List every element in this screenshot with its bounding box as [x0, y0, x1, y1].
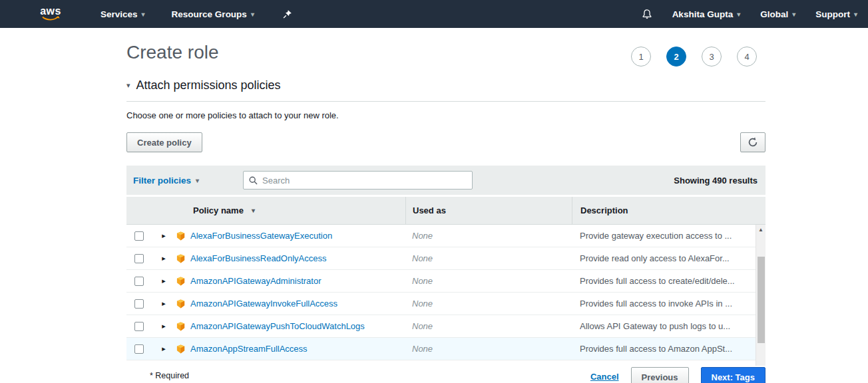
header-policy-name[interactable]: Policy name ▾: [176, 205, 405, 215]
section-title: Attach permissions policies: [136, 78, 281, 92]
next-tags-button[interactable]: Next: Tags: [701, 367, 766, 383]
main-content: Create role ▾ Attach permissions policie…: [126, 28, 765, 374]
scrollbar-thumb[interactable]: [758, 257, 765, 343]
policy-icon: [176, 276, 186, 287]
chevron-down-icon: ▾: [854, 11, 857, 18]
scroll-up-arrow-icon[interactable]: ▲: [756, 225, 765, 235]
table-body: ▸ AlexaForBusinessGatewayExecution None …: [126, 225, 765, 374]
table-row[interactable]: ▸ AmazonAPIGatewayPushToCloudWatchLogs N…: [126, 315, 765, 338]
search-icon: [249, 176, 258, 185]
top-navigation-bar: aws Services ▾ Resource Groups ▾: [0, 0, 868, 28]
filter-policies-label: Filter policies: [133, 176, 191, 186]
policy-description: Provides full access to invoke APIs in .…: [572, 299, 765, 309]
search-box[interactable]: [243, 171, 473, 190]
nav-resource-groups-label: Resource Groups: [172, 9, 247, 19]
nav-right-group: Akshita Gupta ▾ Global ▾ Support ▾: [642, 9, 857, 20]
nav-support-menu[interactable]: Support ▾: [815, 9, 857, 19]
nav-services-menu[interactable]: Services ▾: [101, 9, 145, 19]
table-header-row: Policy name ▾ Used as Description: [126, 197, 765, 225]
row-checkbox[interactable]: [134, 322, 144, 331]
header-description: Description: [572, 197, 765, 224]
aws-smile-icon: [41, 16, 60, 22]
refresh-icon: [748, 137, 758, 148]
notifications-bell-icon[interactable]: [642, 9, 652, 20]
nav-region-label: Global: [760, 9, 788, 19]
policy-name-link[interactable]: AmazonAPIGatewayInvokeFullAccess: [190, 299, 337, 309]
row-checkbox[interactable]: [134, 344, 144, 354]
chevron-down-icon: ▾: [196, 177, 199, 184]
section-description: Choose one or more policies to attach to…: [126, 110, 765, 120]
header-used-as-label: Used as: [413, 205, 446, 215]
expand-caret-icon[interactable]: ▸: [152, 254, 176, 263]
table-filter-bar: Filter policies ▾ Showing 490 results: [126, 166, 765, 195]
table-row-highlighted[interactable]: ▸ AmazonAppStreamFullAccess None Provide…: [126, 338, 765, 360]
expand-caret-icon[interactable]: ▸: [152, 322, 176, 330]
used-as-value: None: [405, 253, 572, 263]
chevron-down-icon: ▾: [792, 11, 795, 18]
policy-name-link[interactable]: AlexaForBusinessGatewayExecution: [190, 231, 332, 241]
used-as-value: None: [405, 231, 572, 241]
chevron-down-icon: ▾: [251, 11, 254, 18]
policy-name-link[interactable]: AmazonAPIGatewayPushToCloudWatchLogs: [190, 321, 365, 331]
aws-console-window: aws Services ▾ Resource Groups ▾: [0, 0, 868, 383]
wizard-footer: * Required Cancel Previous Next: Tags: [0, 366, 868, 383]
create-policy-button[interactable]: Create policy: [126, 132, 202, 152]
table-row[interactable]: ▸ AmazonAPIGatewayAdministrator None Pro…: [126, 270, 765, 293]
filter-policies-dropdown[interactable]: Filter policies ▾: [133, 176, 199, 186]
results-count: Showing 490 results: [674, 176, 758, 186]
policy-name-link[interactable]: AmazonAPIGatewayAdministrator: [190, 276, 322, 286]
chevron-down-icon: ▾: [737, 11, 740, 18]
aws-logo[interactable]: aws: [37, 7, 64, 22]
refresh-button[interactable]: [740, 132, 765, 152]
policy-description: Allows API Gateway to push logs to u...: [572, 321, 765, 331]
pin-icon[interactable]: [282, 9, 292, 19]
table-row[interactable]: ▸ AlexaForBusinessGatewayExecution None …: [126, 225, 765, 247]
nav-services-label: Services: [101, 9, 138, 19]
policy-description: Provide gateway execution access to ...: [572, 231, 765, 241]
section-collapse-caret-icon[interactable]: ▾: [126, 81, 130, 90]
table-row[interactable]: ▸ AmazonAPIGatewayInvokeFullAccess None …: [126, 293, 765, 315]
policy-icon: [176, 231, 186, 241]
chevron-down-icon: ▾: [142, 11, 145, 18]
toolbar: Create policy: [126, 132, 765, 152]
policy-name-link[interactable]: AmazonAppStreamFullAccess: [190, 344, 308, 354]
previous-button[interactable]: Previous: [631, 367, 689, 383]
aws-logo-text: aws: [40, 7, 61, 16]
table-scrollbar[interactable]: ▲: [756, 225, 765, 374]
policy-description: Provides full access to create/edit/dele…: [572, 276, 765, 286]
row-checkbox[interactable]: [134, 299, 144, 309]
expand-caret-icon[interactable]: ▸: [152, 344, 176, 353]
used-as-value: None: [405, 344, 572, 354]
used-as-value: None: [405, 321, 572, 331]
sort-caret-icon: ▾: [252, 207, 255, 214]
search-input[interactable]: [262, 176, 467, 186]
row-checkbox[interactable]: [134, 231, 144, 241]
header-used-as: Used as: [405, 197, 572, 224]
nav-user-menu[interactable]: Akshita Gupta ▾: [672, 9, 741, 19]
nav-user-label: Akshita Gupta: [672, 9, 734, 19]
nav-region-menu[interactable]: Global ▾: [760, 9, 795, 19]
cancel-link[interactable]: Cancel: [590, 367, 619, 382]
row-checkbox[interactable]: [134, 277, 144, 286]
header-description-label: Description: [580, 205, 628, 215]
table-row[interactable]: ▸ AlexaForBusinessReadOnlyAccess None Pr…: [126, 247, 765, 270]
used-as-value: None: [405, 299, 572, 309]
header-policy-name-label: Policy name: [193, 205, 244, 215]
expand-caret-icon[interactable]: ▸: [152, 277, 176, 285]
required-note: * Required: [150, 366, 189, 380]
expand-caret-icon[interactable]: ▸: [152, 231, 176, 240]
row-checkbox[interactable]: [134, 254, 144, 263]
nav-resource-groups-menu[interactable]: Resource Groups ▾: [172, 9, 254, 19]
footer-actions: Cancel Previous Next: Tags: [590, 366, 765, 383]
section-header: ▾ Attach permissions policies: [126, 78, 765, 102]
used-as-value: None: [405, 276, 572, 286]
policy-description: Provide read only access to AlexaFor...: [572, 253, 765, 263]
policy-icon: [176, 321, 186, 332]
policy-icon: [176, 253, 186, 264]
page-title: Create role: [126, 43, 765, 63]
policy-description: Provides full access to Amazon AppSt...: [572, 344, 765, 354]
policy-icon: [176, 344, 186, 354]
nav-support-label: Support: [815, 9, 850, 19]
policy-name-link[interactable]: AlexaForBusinessReadOnlyAccess: [190, 253, 326, 263]
expand-caret-icon[interactable]: ▸: [152, 299, 176, 308]
